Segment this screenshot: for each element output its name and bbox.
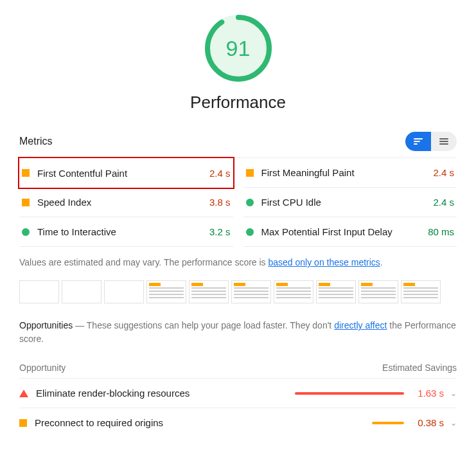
compact-view-icon xyxy=(414,138,423,145)
footnote-link[interactable]: based only on these metrics xyxy=(269,257,380,267)
metric-row[interactable]: Max Potential First Input Delay80 ms xyxy=(243,217,457,247)
metrics-grid: First Contentful Paint2.4 sFirst Meaning… xyxy=(19,158,457,247)
metric-value: 2.4 s xyxy=(433,197,454,208)
gauge-ring: 91 xyxy=(203,13,274,84)
opp-col-left: Opportunity xyxy=(19,363,66,373)
metric-row[interactable]: Time to Interactive3.2 s xyxy=(19,217,233,247)
warning-icon xyxy=(19,390,28,397)
filmstrip-frame xyxy=(62,280,101,303)
metric-value: 3.8 s xyxy=(209,197,231,208)
filmstrip-frame xyxy=(358,280,398,303)
metric-label: Speed Index xyxy=(37,197,91,208)
status-icon xyxy=(246,228,254,236)
status-icon xyxy=(246,169,254,177)
opportunities-list: Eliminate render-blocking resources1.63 … xyxy=(19,379,457,437)
metric-row[interactable]: Speed Index3.8 s xyxy=(19,188,233,217)
metric-label: First CPU Idle xyxy=(261,197,321,208)
filmstrip-frame xyxy=(274,280,313,303)
filmstrip xyxy=(19,280,457,303)
opportunity-row[interactable]: Eliminate render-blocking resources1.63 … xyxy=(19,379,457,408)
metric-label: First Contentful Paint xyxy=(37,168,127,179)
status-icon xyxy=(246,199,254,206)
filmstrip-frame xyxy=(19,280,59,303)
opportunities-header: Opportunity Estimated Savings xyxy=(19,357,457,379)
footnote-text: Values are estimated and may vary. The p… xyxy=(19,257,269,267)
filmstrip-frame xyxy=(104,280,144,303)
metric-value: 2.4 s xyxy=(433,167,454,178)
opportunities-title: Opportunities xyxy=(19,320,73,330)
performance-gauge: 91 Performance xyxy=(19,13,457,113)
opportunities-intro-text: — These suggestions can help your page l… xyxy=(73,320,334,330)
filmstrip-frame xyxy=(146,280,186,303)
gauge-title: Performance xyxy=(190,93,286,113)
toggle-compact-button[interactable] xyxy=(405,132,431,151)
savings-bar xyxy=(288,392,404,395)
status-icon xyxy=(22,228,30,236)
opportunity-row[interactable]: Preconnect to required origins0.38 s⌄ xyxy=(19,408,457,437)
metrics-heading: Metrics xyxy=(19,136,53,147)
chevron-down-icon: ⌄ xyxy=(450,389,457,398)
opportunities-intro-link[interactable]: directly affect xyxy=(334,320,387,330)
metric-row[interactable]: First Contentful Paint2.4 s xyxy=(18,157,234,189)
metric-label: First Meaningful Paint xyxy=(261,167,355,178)
status-icon xyxy=(22,169,30,177)
expanded-view-icon xyxy=(439,138,448,145)
metric-value: 2.4 s xyxy=(209,168,231,179)
filmstrip-frame xyxy=(231,280,271,303)
footnote-suffix: . xyxy=(380,257,383,267)
filmstrip-frame xyxy=(316,280,356,303)
metric-label: Time to Interactive xyxy=(37,226,116,237)
metric-row[interactable]: First CPU Idle2.4 s xyxy=(243,188,457,217)
gauge-score: 91 xyxy=(226,36,251,61)
filmstrip-frame xyxy=(189,280,229,303)
metric-row[interactable]: First Meaningful Paint2.4 s xyxy=(243,158,457,188)
metrics-footnote: Values are estimated and may vary. The p… xyxy=(19,247,457,280)
opportunity-value: 0.38 s xyxy=(410,417,444,428)
status-icon xyxy=(22,199,30,206)
opportunity-value: 1.63 s xyxy=(410,388,444,399)
status-icon xyxy=(19,419,27,427)
opportunity-label: Eliminate render-blocking resources xyxy=(36,388,190,399)
metric-value: 3.2 s xyxy=(209,226,231,237)
toggle-expanded-button[interactable] xyxy=(431,132,457,151)
metric-label: Max Potential First Input Delay xyxy=(261,226,392,237)
view-toggle xyxy=(405,132,457,151)
chevron-down-icon: ⌄ xyxy=(450,419,457,428)
opportunity-label: Preconnect to required origins xyxy=(35,417,163,428)
opportunities-intro: Opportunities — These suggestions can he… xyxy=(19,319,457,346)
filmstrip-frame xyxy=(401,280,441,303)
metric-value: 80 ms xyxy=(428,226,454,237)
savings-bar xyxy=(288,422,404,424)
opp-col-right: Estimated Savings xyxy=(382,363,457,373)
